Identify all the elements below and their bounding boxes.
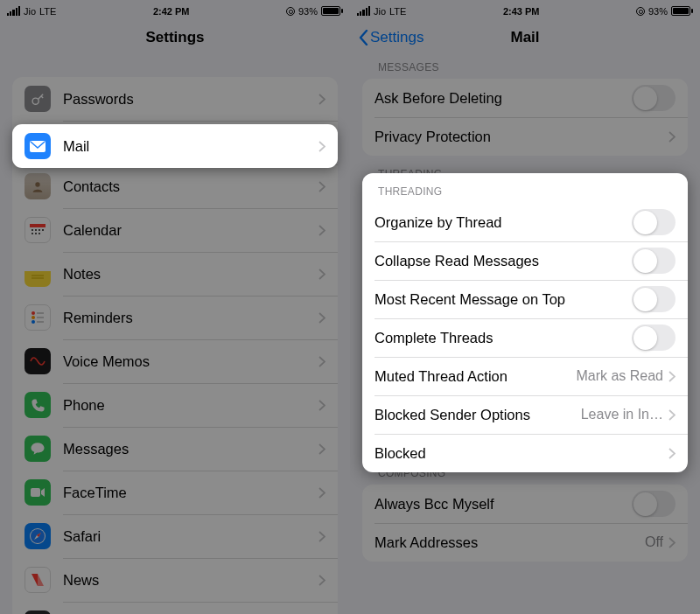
row-label: Organize by Thread [374,214,632,231]
chevron-right-icon [318,312,326,324]
signal-icon [7,6,20,16]
row-label: Safari [63,528,318,545]
settings-row-calendar[interactable]: Calendar [12,208,338,252]
row-label: Mail [63,138,318,155]
mail-icon [24,133,51,159]
battery-icon [671,6,693,16]
row-label: Blocked Sender Options [374,407,581,423]
svg-rect-10 [38,233,40,234]
chevron-right-icon [668,371,676,382]
orientation-lock-icon [286,7,295,16]
network-label: LTE [389,6,406,17]
battery-label: 93% [298,6,318,17]
row-label: Ask Before Deleting [374,90,632,107]
row-blocked-sender-options[interactable]: Blocked Sender Options Leave in In… [362,395,688,434]
row-complete-threads[interactable]: Complete Threads [362,318,688,357]
network-label: LTE [39,6,56,17]
settings-row-reminders[interactable]: Reminders [12,296,338,339]
orientation-lock-icon [636,7,645,16]
row-label: Messages [63,441,318,457]
chevron-right-icon [668,131,676,143]
nav-bar: Settings Mail [350,19,700,56]
messages-icon [24,436,51,462]
chevron-right-icon [318,400,326,411]
svg-point-14 [32,316,35,319]
toggle-most-recent-top[interactable] [632,286,676,312]
row-label: Blocked [374,445,668,462]
chevron-right-icon [318,487,326,499]
settings-row-news[interactable]: News [12,558,338,602]
chevron-right-icon [318,531,326,542]
facetime-icon [24,479,51,506]
nav-bar: Settings [0,19,350,56]
reminders-icon [24,304,51,331]
threading-group-highlight: THREADING Organize by Thread Collapse Re… [362,173,688,472]
battery-label: 93% [648,6,668,17]
toggle-complete-threads[interactable] [632,324,676,351]
toggle-collapse-read[interactable] [632,248,676,274]
settings-row-mail-highlight[interactable]: Mail [12,124,338,168]
row-collapse-read[interactable]: Collapse Read Messages [362,241,688,280]
mail-settings-screen: Jio LTE 2:43 PM 93% Settings Mail MESSAG… [350,0,700,614]
row-label: Complete Threads [374,330,632,346]
settings-row-stocks[interactable]: Stocks [12,602,338,614]
chevron-right-icon [318,269,326,280]
row-ask-before-deleting[interactable]: Ask Before Deleting [362,79,688,117]
toggle-always-bcc[interactable] [632,491,676,517]
row-mark-addresses[interactable]: Mark Addresses Off [362,523,688,562]
row-label: Privacy Protection [374,129,668,145]
row-detail: Leave in In… [581,407,663,422]
back-label: Settings [370,29,424,46]
row-most-recent-top[interactable]: Most Recent Message on Top [362,280,688,318]
settings-row-contacts[interactable]: Contacts [12,164,338,208]
chevron-right-icon [668,448,676,459]
back-button[interactable]: Settings [359,29,424,46]
row-label: Notes [63,266,318,283]
row-label: Phone [63,397,318,414]
row-label: Collapse Read Messages [374,253,632,269]
row-blocked[interactable]: Blocked [362,434,688,472]
row-always-bcc[interactable]: Always Bcc Myself [362,485,688,523]
calendar-icon [24,217,51,243]
svg-point-0 [32,98,38,104]
svg-rect-3 [30,224,46,227]
phone-icon [24,392,51,418]
svg-rect-4 [32,229,33,231]
row-label: Calendar [63,222,318,239]
svg-point-13 [32,311,35,315]
row-muted-thread-action[interactable]: Muted Thread Action Mark as Read [362,357,688,395]
chevron-right-icon [318,575,326,586]
stocks-icon [24,611,51,614]
row-label: Contacts [63,178,318,195]
status-time: 2:42 PM [153,6,190,17]
svg-point-2 [35,182,39,186]
settings-row-phone[interactable]: Phone [12,383,338,427]
svg-rect-7 [42,229,44,231]
settings-row-passwords[interactable]: Passwords [12,77,338,121]
news-icon [24,567,51,593]
settings-row-facetime[interactable]: FaceTime [12,471,338,514]
settings-row-messages[interactable]: Messages [12,427,338,471]
carrier-label: Jio [24,6,36,17]
chevron-right-icon [318,225,326,236]
row-label: Mark Addresses [374,534,645,551]
threading-section-header: THREADING [362,173,688,203]
carrier-label: Jio [374,6,386,17]
chevron-right-icon [318,443,326,455]
composing-group: Always Bcc Myself Mark Addresses Off [362,485,688,562]
row-label: Most Recent Message on Top [374,291,632,308]
settings-row-notes[interactable]: Notes [12,252,338,296]
row-label: Voice Memos [63,353,318,370]
toggle-ask-before-deleting[interactable] [632,85,676,111]
svg-rect-19 [31,488,40,497]
settings-screen: Jio LTE 2:42 PM 93% Settings Passwords [0,0,350,614]
settings-row-voicememos[interactable]: Voice Memos [12,339,338,383]
notes-icon [24,261,51,287]
toggle-organize-by-thread[interactable] [632,209,676,235]
chevron-right-icon [318,141,326,152]
row-privacy-protection[interactable]: Privacy Protection [362,117,688,156]
chevron-left-icon [359,30,368,45]
settings-row-safari[interactable]: Safari [12,514,338,558]
row-organize-by-thread[interactable]: Organize by Thread [362,203,688,241]
row-label: Muted Thread Action [374,368,576,385]
